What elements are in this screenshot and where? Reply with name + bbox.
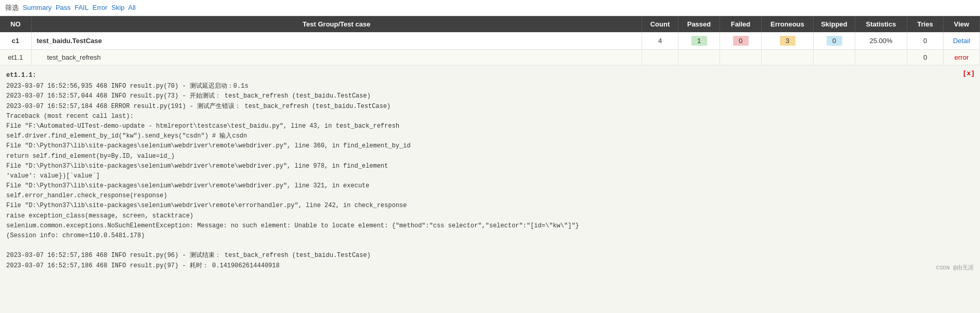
log-line: self.driver.find_element_by_id("kw").sen… xyxy=(6,131,974,141)
log-line: 2023-03-07 16:52:57,186 468 INFO result.… xyxy=(6,261,974,271)
log-line: Traceback (most recent call last): xyxy=(6,112,974,121)
row-failed: 0 xyxy=(720,32,762,50)
log-line: (Session info: chrome=110.0.5481.178) xyxy=(6,231,974,241)
table-row: c1 test_baidu.TestCase 4 1 0 3 0 25.00% … xyxy=(0,32,980,50)
col-erroneous: Erroneous xyxy=(762,16,814,32)
col-tries: Tries xyxy=(907,16,944,32)
log-content: et1.1.1:2023-03-07 16:52:56,935 468 INFO… xyxy=(6,71,974,271)
log-line: return self.find_element(by=By.ID, value… xyxy=(6,152,974,161)
log-line: File "D:\Python37\lib\site-packages\sele… xyxy=(6,181,974,191)
log-section: [x] et1.1.1:2023-03-07 16:52:56,935 468 … xyxy=(0,65,980,276)
row-passed: 1 xyxy=(678,32,720,50)
table-header-row: NO Test Group/Test case Count Passed Fai… xyxy=(0,16,980,32)
log-line: 2023-03-07 16:52:57,044 468 INFO result.… xyxy=(6,91,974,101)
row-tries: 0 xyxy=(907,32,944,50)
filter-fail[interactable]: FAIL xyxy=(74,4,88,11)
log-line: 'value': value})[`value`] xyxy=(6,171,974,181)
row-no: c1 xyxy=(0,32,31,50)
filter-pass[interactable]: Pass xyxy=(56,4,71,11)
log-line: selenium.common.exceptions.NoSuchElement… xyxy=(6,221,974,231)
col-statistics: Statistics xyxy=(855,16,907,32)
results-table: NO Test Group/Test case Count Passed Fai… xyxy=(0,16,980,65)
log-line: self.error_handler.check_response(respon… xyxy=(6,191,974,201)
col-failed: Failed xyxy=(720,16,762,32)
row-view[interactable]: error xyxy=(944,50,980,65)
row-statistics xyxy=(855,50,907,65)
col-test-group: Test Group/Test case xyxy=(31,16,642,32)
row-skipped: 0 xyxy=(814,32,855,50)
table-row: et1.1 test_back_refresh 0 error xyxy=(0,50,980,65)
log-line: 2023-03-07 16:52:56,935 468 INFO result.… xyxy=(6,81,974,91)
log-line xyxy=(6,241,974,251)
row-test-name: test_back_refresh xyxy=(31,50,642,65)
row-count xyxy=(642,50,678,65)
row-test-name: test_baidu.TestCase xyxy=(31,32,642,50)
log-line: File "D:\Python37\lib\site-packages\sele… xyxy=(6,141,974,151)
row-tries: 0 xyxy=(907,50,944,65)
log-line: raise exception_class(message, screen, s… xyxy=(6,211,974,221)
col-count: Count xyxy=(642,16,678,32)
log-line: 2023-03-07 16:52:57,184 468 ERROR result… xyxy=(6,102,974,112)
col-passed: Passed xyxy=(678,16,720,32)
log-line: File "F:\Automated-UITest-demo-update - … xyxy=(6,121,974,131)
row-passed xyxy=(678,50,720,65)
filter-summary[interactable]: Summary xyxy=(23,4,52,11)
filter-skip[interactable]: Skip xyxy=(111,4,124,11)
log-title: et1.1.1: xyxy=(6,71,974,80)
row-statistics: 25.00% xyxy=(855,32,907,50)
row-skipped xyxy=(814,50,855,65)
filter-all[interactable]: All xyxy=(128,4,136,11)
close-icon[interactable]: [x] xyxy=(963,69,975,79)
row-erroneous xyxy=(762,50,814,65)
col-no: NO xyxy=(0,16,31,32)
row-failed xyxy=(720,50,762,65)
filter-label: 筛选 xyxy=(5,4,19,11)
row-view[interactable]: Detail xyxy=(944,32,980,50)
log-line: 2023-03-07 16:52:57,186 468 INFO result.… xyxy=(6,251,974,261)
log-line: File "D:\Python37\lib\site-packages\sele… xyxy=(6,201,974,211)
log-line: File "D:\Python37\lib\site-packages\sele… xyxy=(6,161,974,171)
col-view: View xyxy=(944,16,980,32)
row-erroneous: 3 xyxy=(762,32,814,50)
row-count: 4 xyxy=(642,32,678,50)
row-no: et1.1 xyxy=(0,50,31,65)
filter-bar: 筛选 Summary Pass FAIL Error Skip All xyxy=(0,0,980,16)
watermark: CSDN @由无涯 xyxy=(936,264,974,273)
col-skipped: Skipped xyxy=(814,16,855,32)
filter-error[interactable]: Error xyxy=(93,4,108,11)
